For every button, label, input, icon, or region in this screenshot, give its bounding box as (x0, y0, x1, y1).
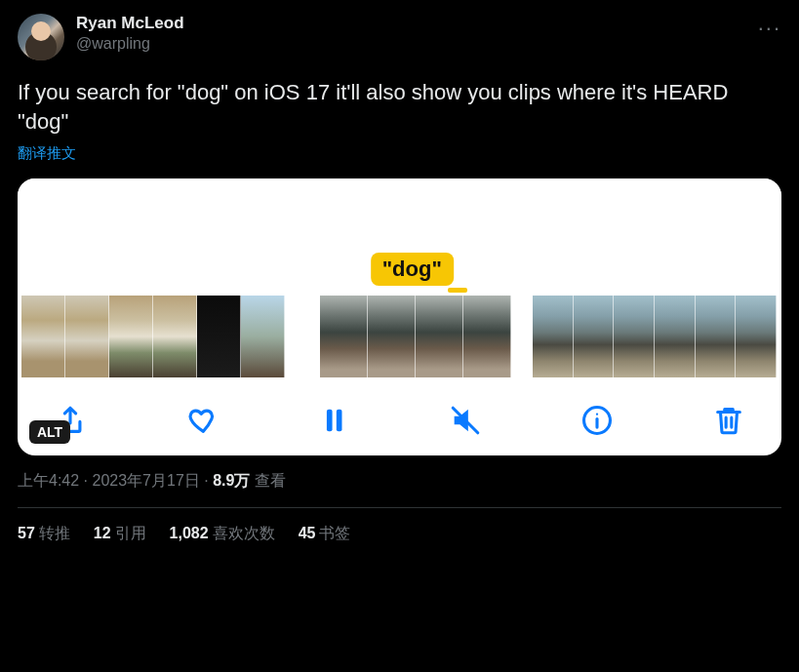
display-name: Ryan McLeod (76, 14, 184, 33)
heart-icon (185, 404, 219, 437)
tweet-meta: 上午4:42 · 2023年7月17日 · 8.9万 查看 (18, 471, 781, 492)
clip-group-3 (533, 296, 777, 377)
mute-button[interactable] (440, 399, 491, 442)
pause-button[interactable] (308, 399, 359, 442)
info-icon (580, 404, 614, 437)
caption-marker (448, 288, 467, 293)
info-button[interactable] (572, 399, 622, 442)
more-button[interactable]: ··· (758, 14, 781, 41)
delete-button[interactable] (703, 399, 754, 442)
tweet-text: If you search for "dog" on iOS 17 it'll … (18, 78, 781, 137)
clip-group-2 (306, 296, 511, 377)
tweet-container: Ryan McLeod @warpling ··· If you search … (0, 0, 799, 544)
caption-pill: "dog" (371, 253, 454, 286)
quotes-stat[interactable]: 12引用 (94, 524, 146, 544)
retweets-stat[interactable]: 57转推 (18, 524, 70, 544)
video-filmstrip[interactable] (18, 286, 781, 383)
views-label: 查看 (250, 472, 285, 489)
media-controls (18, 383, 781, 442)
trash-icon (712, 404, 745, 437)
svg-point-5 (596, 413, 598, 415)
pause-icon (317, 404, 350, 437)
handle: @warpling (76, 35, 184, 53)
translate-link[interactable]: 翻译推文 (18, 144, 76, 163)
avatar[interactable] (18, 14, 64, 60)
media-card[interactable]: "dog" (18, 178, 781, 455)
bookmarks-stat[interactable]: 45书签 (299, 524, 351, 544)
speaker-muted-icon (449, 404, 482, 437)
clip-group-1 (21, 296, 285, 377)
svg-rect-1 (337, 410, 342, 432)
author-names[interactable]: Ryan McLeod @warpling (76, 14, 184, 53)
alt-badge[interactable]: ALT (29, 420, 70, 444)
media-top-whitespace: "dog" (18, 178, 781, 286)
like-button[interactable] (177, 399, 227, 442)
svg-rect-0 (327, 410, 333, 432)
tweet-date[interactable]: 2023年7月17日 (92, 472, 199, 489)
tweet-stats: 57转推 12引用 1,082喜欢次数 45书签 (18, 508, 781, 544)
tweet-header: Ryan McLeod @warpling ··· (18, 14, 781, 60)
likes-stat[interactable]: 1,082喜欢次数 (170, 524, 275, 544)
views-count: 8.9万 (213, 472, 250, 489)
tweet-time[interactable]: 上午4:42 (18, 472, 79, 489)
